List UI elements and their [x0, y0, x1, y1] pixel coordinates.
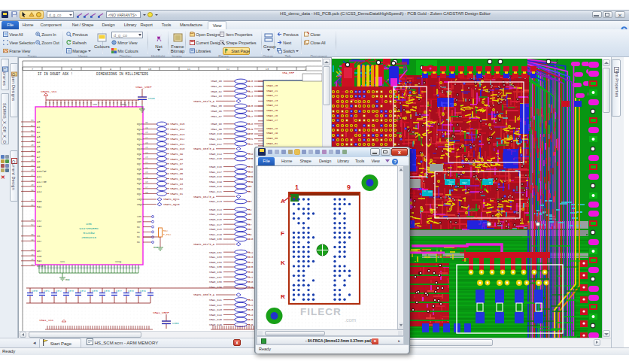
svg-text:J35: J35: [248, 157, 253, 160]
svg-text:J22: J22: [248, 90, 253, 93]
svg-text:UDQS: UDQS: [137, 203, 143, 206]
svg-text:A10/AP: A10/AP: [37, 170, 47, 173]
svg-text:SRA0_D2: SRA0_D2: [211, 90, 222, 93]
svg-text:SRAM1_D11: SRAM1_D11: [170, 143, 184, 146]
svg-text:C375: C375: [92, 290, 98, 293]
svg-text:J26: J26: [248, 110, 253, 113]
svg-text:SRA1_D27: SRA1_D27: [209, 223, 222, 226]
svg-text:SRAM1_DQS1: SRAM1_DQS1: [163, 198, 180, 201]
svg-text:IF IN DOUBT ASK !: IF IN DOUBT ASK !: [38, 72, 73, 76]
svg-text:P_PD2: P_PD2: [163, 233, 171, 236]
svg-text:SRA6_23: SRA6_23: [266, 99, 278, 102]
svg-text:SRA1_D19: SRA1_D19: [209, 180, 222, 184]
svg-text:NC: NC: [137, 241, 140, 244]
svg-text:J15: J15: [248, 265, 253, 268]
svg-text:C345: C345: [148, 97, 155, 100]
svg-text:J34: J34: [248, 153, 253, 156]
svg-text:8: 8: [71, 68, 72, 71]
svg-text:SRAM1_D5: SRAM1_D5: [170, 172, 183, 175]
svg-text:J31: J31: [248, 138, 253, 141]
svg-text:K: K: [281, 259, 285, 266]
svg-text:R62: R62: [163, 229, 168, 232]
svg-text:SRAM1_D1: SRAM1_D1: [170, 193, 183, 196]
svg-text:SRA0_D26: SRA0_D26: [209, 218, 222, 221]
svg-text:SRA1_D9: SRA1_D9: [211, 128, 222, 131]
svg-text:SRA1_VREF: SRA1_VREF: [135, 86, 152, 89]
svg-text:SRA0_D20: SRA0_D20: [209, 185, 222, 188]
svg-text:A2: A2: [37, 131, 40, 134]
svg-text:DQ7: DQ7: [137, 162, 141, 165]
svg-text:A0: A0: [37, 120, 40, 123]
svg-text:W447Z8W8RN: W447Z8W8RN: [79, 227, 99, 230]
svg-text:SRA1_D41: SRA1_D41: [209, 299, 222, 302]
svg-text:A1: A1: [37, 126, 40, 129]
svg-text:SRA0_D0: SRA0_D0: [211, 80, 222, 83]
svg-text:LDM: LDM: [137, 215, 141, 218]
svg-text:J20: J20: [248, 80, 253, 83]
svg-text:J29: J29: [248, 128, 253, 131]
svg-text:SRA1_D45: SRA1_D45: [209, 318, 222, 321]
svg-text:.com: .com: [345, 317, 356, 323]
svg-text:DQ8: DQ8: [137, 157, 141, 160]
svg-text:DQ13: DQ13: [137, 132, 143, 135]
svg-text:U36: U36: [86, 223, 92, 226]
svg-text:F: F: [281, 230, 284, 237]
svg-text:A6: A6: [37, 150, 40, 153]
svg-text:SRA0_D16: SRA0_D16: [209, 165, 222, 168]
svg-text:SRA6_30: SRA6_30: [266, 137, 278, 140]
svg-text:A13: A13: [37, 185, 41, 188]
svg-text:GND: GND: [153, 246, 158, 249]
svg-text:SRA6_21: SRA6_21: [266, 89, 278, 93]
svg-text:BA0: BA0: [37, 200, 41, 203]
svg-text:DQ4: DQ4: [137, 177, 141, 180]
svg-text:CAS: CAS: [37, 225, 41, 228]
svg-text:DQ5: DQ5: [137, 172, 141, 175]
svg-text:SRA6_20: SRA6_20: [266, 84, 278, 87]
svg-text:J8: J8: [248, 228, 251, 231]
svg-text:C378: C378: [128, 290, 134, 293]
svg-text:SRA1_VCC: SRA1_VCC: [39, 319, 54, 322]
svg-text:J23: J23: [248, 308, 253, 311]
svg-text:BA1: BA1: [37, 205, 41, 208]
svg-text:A7: A7: [37, 156, 40, 159]
svg-text:A14: A14: [37, 190, 41, 193]
svg-text:C371: C371: [44, 290, 50, 293]
svg-text:C376: C376: [104, 290, 110, 293]
svg-text:SRA1_D3: SRA1_D3: [211, 95, 222, 98]
svg-text:DQ3: DQ3: [137, 182, 141, 185]
svg-text:DQ1: DQ1: [137, 193, 141, 196]
svg-text:SRA1_D7: SRA1_D7: [211, 115, 222, 118]
svg-text:J24: J24: [248, 314, 253, 317]
svg-text:SRA1_D23: SRA1_D23: [209, 200, 222, 203]
svg-text:1: 1: [295, 184, 299, 191]
svg-text:SRA1_D33: SRA1_D33: [209, 256, 222, 259]
svg-text:CS#: CS#: [37, 220, 42, 223]
svg-text:NC: NC: [137, 226, 140, 229]
svg-text:J21: J21: [248, 85, 253, 88]
svg-text:C370: C370: [32, 290, 38, 293]
svg-text:DQ15: DQ15: [137, 123, 143, 126]
svg-text:J6: J6: [248, 218, 251, 221]
svg-text:J4: J4: [248, 208, 251, 211]
svg-text:DQ14: DQ14: [137, 128, 143, 131]
svg-text:J9: J9: [248, 233, 251, 236]
svg-text:A11: A11: [37, 175, 41, 178]
svg-text:9: 9: [347, 184, 351, 191]
svg-text:DQ6: DQ6: [137, 168, 141, 171]
svg-text:NC: NC: [137, 235, 140, 238]
svg-text:SRA0_D36: SRA0_D36: [209, 271, 222, 274]
svg-text:12: 12: [226, 68, 229, 71]
svg-text:A4: A4: [37, 141, 40, 144]
svg-text:SRAM1_D34/0_A: SRAM1_D34/0_A: [193, 100, 215, 103]
svg-text:NC: NC: [137, 231, 140, 234]
svg-text:VDD: VDD: [93, 103, 97, 106]
svg-text:SRA0_D6: SRA0_D6: [211, 110, 222, 113]
svg-text:SRA1_D37: SRA1_D37: [209, 276, 222, 279]
svg-text:SRAM1_D13: SRAM1_D13: [170, 133, 184, 136]
svg-text:J18: J18: [248, 281, 253, 284]
svg-text:A12:BE: A12:BE: [37, 180, 47, 184]
svg-text:CK#: CK#: [37, 240, 42, 243]
svg-text:SRAM1_D31/0_A: SRAM1_D31/0_A: [193, 243, 215, 246]
svg-text:J3: J3: [248, 200, 251, 203]
svg-text:DQ11: DQ11: [137, 143, 143, 146]
